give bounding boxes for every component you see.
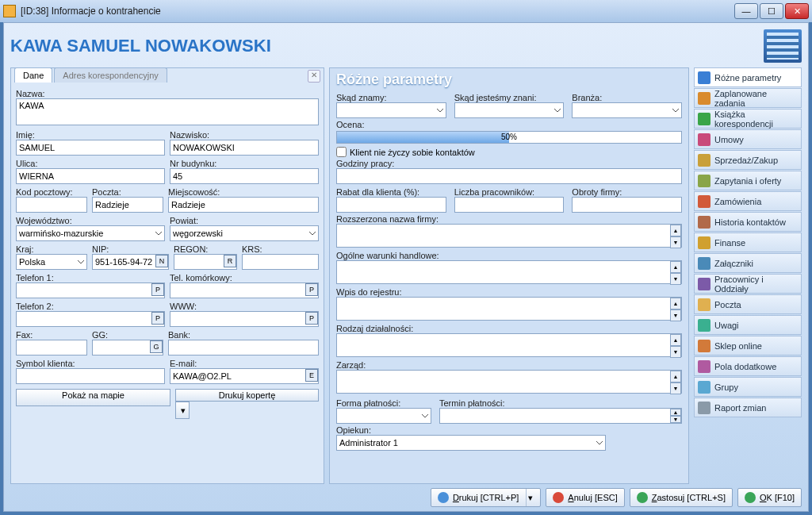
nav-umowy[interactable]: Umowy: [694, 129, 802, 149]
godz-input[interactable]: [336, 168, 682, 184]
gg-g-button[interactable]: G: [150, 340, 163, 353]
nav-pola[interactable]: Pola dodatkowe: [694, 356, 802, 376]
skadj-select[interactable]: [454, 102, 565, 118]
telkom-p-button[interactable]: P: [305, 283, 318, 296]
kraj-select[interactable]: Polska: [16, 254, 87, 270]
client-area: KAWA SAMUEL NOWAKOWSKI Dane Adres koresp…: [3, 22, 809, 512]
bank-input[interactable]: [168, 340, 319, 356]
ok-button[interactable]: OK [F10]: [737, 488, 802, 507]
tel2-input[interactable]: [16, 311, 165, 327]
nav-zamowienia[interactable]: Zamówienia: [694, 191, 802, 211]
offer-icon: [698, 175, 710, 187]
branza-select[interactable]: [572, 102, 682, 118]
nav-sprzedaz[interactable]: Sprzedaż/Zakup: [694, 150, 802, 170]
www-input[interactable]: [170, 311, 319, 327]
krs-label: KRS:: [242, 244, 319, 254]
spin-down[interactable]: ▼: [670, 236, 681, 248]
termin-input[interactable]: [439, 408, 682, 424]
symbol-input[interactable]: [16, 368, 165, 384]
card-icon: [698, 71, 710, 84]
nav-zalaczniki[interactable]: Załączniki: [694, 253, 802, 273]
nrb-label: Nr budynku:: [170, 159, 319, 168]
nokontakt-check[interactable]: Klient nie życzy sobie kontaktów: [336, 147, 682, 157]
regon-label: REGON:: [174, 244, 237, 254]
kod-input[interactable]: [16, 197, 87, 213]
imie-label: Imię:: [16, 130, 165, 140]
building-icon: [764, 29, 802, 63]
www-p-button[interactable]: P: [305, 312, 318, 325]
rabat-input[interactable]: [336, 197, 446, 213]
tab-adres[interactable]: Adres korespondencyjny: [54, 67, 167, 83]
show-map-button[interactable]: Pokaż na mapie: [16, 389, 170, 406]
nav-finanse[interactable]: Finanse: [694, 233, 802, 252]
print-envelope-dd[interactable]: ▾: [175, 402, 190, 419]
window-titlebar: [ID:38] Informacje o kontrahencie — ☐ ✕: [0, 0, 812, 22]
woj-select[interactable]: warmińsko-mazurskie: [16, 225, 165, 241]
nav-uwagi[interactable]: Uwagi: [694, 315, 802, 335]
liczba-input[interactable]: [454, 197, 565, 213]
tab-close-icon[interactable]: ✕: [308, 70, 320, 83]
ok-icon: [745, 492, 756, 503]
chevron-down-icon[interactable]: ▾: [526, 489, 534, 506]
cancel-button[interactable]: Anuluj [ESC]: [546, 488, 624, 507]
tel1-input[interactable]: [16, 282, 165, 298]
minimize-button[interactable]: —: [734, 3, 758, 19]
skad-select[interactable]: [336, 102, 446, 118]
regon-r-button[interactable]: R: [224, 255, 236, 267]
nazwisko-label: Nazwisko:: [170, 130, 319, 140]
tel1-p-button[interactable]: P: [151, 283, 164, 296]
rodzaj-label: Rodzaj działalności:: [336, 324, 682, 333]
nip-n-button[interactable]: N: [155, 255, 168, 267]
kraj-label: Kraj:: [16, 244, 87, 254]
skad-label: Skąd znamy:: [336, 93, 446, 102]
rabat-label: Rabat dla klienta (%):: [336, 187, 446, 197]
tel2-p-button[interactable]: P: [151, 312, 164, 325]
rozsz-input[interactable]: [336, 224, 682, 248]
nav-grupy[interactable]: Grupy: [694, 377, 802, 397]
wpis-input[interactable]: [336, 297, 682, 321]
spin-up[interactable]: ▲: [670, 225, 681, 236]
nazwa-label: Nazwa:: [16, 89, 319, 98]
close-button[interactable]: ✕: [785, 3, 809, 19]
nrb-input[interactable]: [170, 168, 319, 184]
nazwisko-input[interactable]: [170, 140, 319, 156]
maximize-button[interactable]: ☐: [760, 3, 783, 19]
miejsc-input[interactable]: [168, 197, 319, 213]
rodzaj-input[interactable]: [336, 333, 682, 357]
nav-raport[interactable]: Raport zmian: [694, 398, 802, 417]
powiat-select[interactable]: węgorzewski: [170, 225, 319, 241]
obroty-input[interactable]: [572, 197, 682, 213]
apply-button[interactable]: Zastosuj [CTRL+S]: [630, 488, 733, 507]
nav-sklep[interactable]: Sklep online: [694, 336, 802, 356]
ocena-progress[interactable]: 50%: [336, 131, 682, 144]
order-icon: [698, 195, 710, 208]
ulica-input[interactable]: [16, 168, 165, 184]
forma-select[interactable]: [336, 408, 431, 424]
fax-input[interactable]: [16, 340, 87, 356]
telkom-input[interactable]: [170, 282, 319, 298]
opiekun-label: Opiekun:: [336, 425, 682, 435]
email-input[interactable]: [170, 368, 319, 384]
poczta-input[interactable]: [92, 197, 163, 213]
nav-historia[interactable]: Historia kontaktów: [694, 212, 802, 232]
fax-label: Fax:: [16, 330, 87, 340]
nav-rozne[interactable]: Różne parametry: [694, 67, 802, 87]
print-envelope-button[interactable]: Drukuj kopertę: [175, 389, 319, 402]
email-e-button[interactable]: E: [305, 369, 318, 382]
imie-input[interactable]: [16, 140, 165, 156]
nav-zaplanowane[interactable]: Zaplanowane zadania: [694, 88, 802, 108]
nav-pracownicy[interactable]: Pracownicy i Oddziały: [694, 274, 802, 294]
ogolne-input[interactable]: [336, 260, 682, 284]
nav-poczta[interactable]: Poczta: [694, 294, 802, 314]
nav-ksiazka[interactable]: Książka korespondencji: [694, 109, 802, 129]
nazwa-input[interactable]: KAWA: [16, 98, 319, 125]
krs-input[interactable]: [242, 254, 319, 270]
zarzad-input[interactable]: [336, 370, 682, 394]
tab-dane[interactable]: Dane: [14, 67, 52, 83]
nav-zapytania[interactable]: Zapytania i oferty: [694, 171, 802, 190]
notes-icon: [698, 319, 710, 332]
print-button[interactable]: Drukuj [CTRL+P]▾: [431, 488, 541, 507]
tel1-label: Telefon 1:: [16, 273, 165, 282]
termin-label: Termin płatności:: [439, 398, 682, 408]
opiekun-select[interactable]: Administrator 1: [336, 435, 606, 451]
